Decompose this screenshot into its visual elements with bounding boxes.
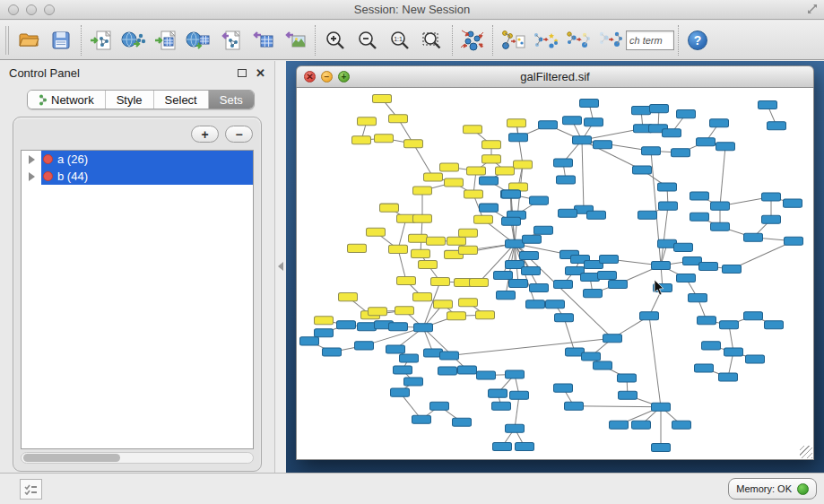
- graph-node[interactable]: [603, 335, 622, 343]
- tab-style[interactable]: Style: [106, 91, 154, 109]
- graph-node[interactable]: [464, 190, 483, 198]
- graph-node[interactable]: [506, 239, 525, 248]
- graph-node[interactable]: [555, 314, 574, 322]
- graph-node[interactable]: [530, 196, 549, 204]
- graph-node[interactable]: [509, 134, 528, 142]
- graph-node[interactable]: [510, 391, 529, 399]
- network-window-titlebar[interactable]: ✕ − + galFiltered.sif: [296, 65, 814, 88]
- graph-node[interactable]: [659, 202, 678, 210]
- graph-node[interactable]: [516, 442, 534, 450]
- graph-node[interactable]: [559, 209, 577, 217]
- graph-node[interactable]: [476, 311, 495, 319]
- graph-node[interactable]: [315, 317, 334, 325]
- graph-node[interactable]: [447, 237, 466, 245]
- graph-node[interactable]: [440, 352, 459, 360]
- graph-node[interactable]: [315, 329, 334, 337]
- graph-node[interactable]: [412, 249, 430, 257]
- graph-node[interactable]: [434, 300, 453, 308]
- graph-node[interactable]: [447, 312, 466, 320]
- graph-node[interactable]: [554, 159, 573, 167]
- graph-node[interactable]: [389, 323, 408, 331]
- graph-node[interactable]: [424, 173, 443, 181]
- graph-node[interactable]: [539, 121, 558, 129]
- graph-node[interactable]: [389, 115, 408, 123]
- graph-node[interactable]: [358, 323, 377, 331]
- graph-node[interactable]: [598, 271, 617, 279]
- graph-node[interactable]: [784, 199, 802, 207]
- graph-node[interactable]: [506, 370, 525, 378]
- graph-node[interactable]: [746, 355, 765, 363]
- graph-node[interactable]: [633, 166, 652, 174]
- import-table-url-button[interactable]: [182, 24, 214, 56]
- graph-node[interactable]: [520, 251, 539, 259]
- graph-node[interactable]: [526, 300, 545, 308]
- graph-node[interactable]: [534, 226, 553, 234]
- graph-node[interactable]: [440, 163, 459, 171]
- graph-node[interactable]: [716, 143, 735, 151]
- graph-node[interactable]: [506, 424, 525, 432]
- expander-icon[interactable]: [29, 172, 35, 181]
- graph-node[interactable]: [702, 342, 721, 350]
- graph-node[interactable]: [480, 177, 499, 185]
- graph-node[interactable]: [507, 119, 526, 127]
- graph-node[interactable]: [438, 367, 457, 375]
- graph-node[interactable]: [339, 293, 358, 301]
- graph-node[interactable]: [724, 348, 743, 356]
- import-network-file-button[interactable]: [85, 24, 117, 56]
- close-panel-icon[interactable]: ✕: [256, 67, 265, 79]
- graph-node[interactable]: [404, 140, 423, 148]
- graph-node[interactable]: [509, 280, 528, 288]
- graph-node[interactable]: [585, 118, 603, 126]
- graph-node[interactable]: [759, 101, 777, 109]
- zoom-in-button[interactable]: [319, 24, 351, 56]
- graph-node[interactable]: [494, 271, 513, 279]
- graph-node[interactable]: [413, 293, 432, 301]
- graph-node[interactable]: [367, 228, 386, 236]
- graph-node[interactable]: [554, 281, 573, 289]
- graph-node[interactable]: [409, 234, 428, 242]
- graph-node[interactable]: [493, 442, 512, 450]
- show-all-button[interactable]: [594, 24, 626, 56]
- graph-node[interactable]: [373, 95, 392, 103]
- graph-node[interactable]: [658, 183, 677, 191]
- graph-node[interactable]: [554, 384, 573, 392]
- graph-node[interactable]: [464, 126, 482, 134]
- graph-node[interactable]: [720, 321, 739, 329]
- graph-edge[interactable]: [503, 244, 515, 275]
- scrollbar-thumb[interactable]: [23, 454, 120, 462]
- graph-node[interactable]: [413, 214, 432, 222]
- graph-node[interactable]: [719, 373, 738, 381]
- graph-node[interactable]: [677, 274, 696, 282]
- graph-node[interactable]: [619, 391, 638, 399]
- graph-node[interactable]: [482, 155, 501, 163]
- collapse-panel-arrow[interactable]: [278, 262, 283, 271]
- graph-node[interactable]: [497, 291, 516, 300]
- graph-node[interactable]: [587, 211, 606, 219]
- graph-node[interactable]: [652, 403, 671, 411]
- graph-node[interactable]: [502, 190, 521, 198]
- tab-network[interactable]: Network: [28, 91, 106, 109]
- graph-node[interactable]: [744, 233, 763, 241]
- graph-node[interactable]: [337, 321, 356, 329]
- graph-node[interactable]: [397, 277, 416, 285]
- graph-node[interactable]: [690, 213, 709, 221]
- export-network-button[interactable]: [214, 24, 247, 56]
- graph-node[interactable]: [557, 176, 576, 184]
- graph-node[interactable]: [514, 161, 533, 169]
- graph-node[interactable]: [489, 389, 507, 397]
- graph-node[interactable]: [470, 279, 489, 287]
- graph-node[interactable]: [632, 421, 651, 429]
- graph-node[interactable]: [395, 307, 414, 315]
- graph-node[interactable]: [522, 266, 541, 274]
- graph-node[interactable]: [413, 187, 432, 195]
- graph-node[interactable]: [502, 217, 521, 225]
- graph-node[interactable]: [580, 100, 599, 108]
- graph-node[interactable]: [711, 222, 730, 230]
- graph-node[interactable]: [404, 378, 423, 386]
- graph-edge[interactable]: [398, 249, 406, 281]
- graph-node[interactable]: [695, 364, 714, 372]
- graph-node[interactable]: [638, 211, 657, 219]
- graph-node[interactable]: [711, 202, 730, 210]
- graph-edge[interactable]: [398, 219, 406, 249]
- graph-node[interactable]: [618, 374, 637, 382]
